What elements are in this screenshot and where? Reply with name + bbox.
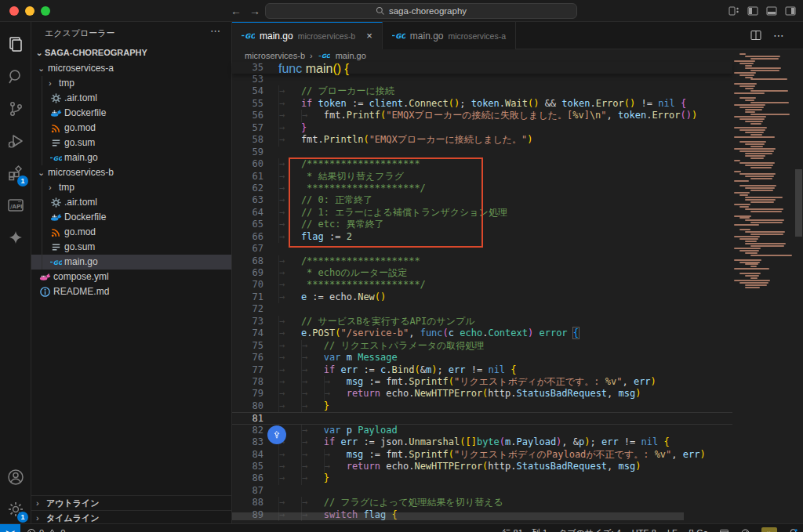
code-line-73[interactable]: 73→// サービスBを実行するAPIのサンプル	[232, 316, 732, 328]
code-line-63[interactable]: 63→// 0: 正常終了	[232, 194, 732, 206]
activity-explorer-icon[interactable]	[0, 30, 31, 60]
code-line-62[interactable]: 62→ ********************/	[232, 183, 732, 194]
code-line-67[interactable]: 67	[232, 243, 732, 255]
code-line-88[interactable]: 88→→// フラグによって処理結果を切り替える	[232, 497, 732, 508]
code-line-71[interactable]: 71→e := echo.New()	[232, 291, 732, 303]
code-line-86[interactable]: 86→→}	[232, 472, 732, 484]
toggle-secondary-sidebar-icon[interactable]	[784, 5, 797, 17]
code-line-66[interactable]: 66→flag := 2	[232, 231, 732, 243]
customize-layout-icon[interactable]	[728, 5, 740, 17]
code-line-78[interactable]: 78→→→msg := fmt.Sprintf("リクエストボディが不正です。:…	[232, 376, 732, 388]
code-line-69[interactable]: 69→ * echoのルーター設定	[232, 267, 732, 279]
tree-item-microservices-b[interactable]: ⌄microservices-b	[31, 165, 231, 180]
activity-run-debug-icon[interactable]	[0, 126, 31, 156]
code-line-72[interactable]: 72	[232, 303, 732, 315]
sticky-scroll-line[interactable]: 35func main() {	[232, 62, 732, 74]
code-line-84[interactable]: 84→→→msg := fmt.Sprintf("リクエストボディのPayloa…	[232, 449, 732, 461]
tree-item-main.go[interactable]: GOmain.go	[31, 150, 231, 165]
tree-item-go.sum[interactable]: go.sum	[31, 136, 231, 150]
breadcrumb-file[interactable]: main.go	[336, 51, 366, 60]
code-line-64[interactable]: 64→// 1: エラーによる補償トランザクション処理	[232, 207, 732, 219]
tab-main.go-microservices-a[interactable]: GOmain.gomicroservices-a	[383, 22, 516, 49]
code-line-54[interactable]: 54→// ブローカーに接続	[232, 85, 732, 97]
code-token: Payload	[517, 436, 557, 447]
notifications-bell-icon[interactable]	[788, 528, 798, 532]
code-line-56[interactable]: 56→→fmt.Printf("EMQXブローカーの接続に失敗しました。[%v]…	[232, 110, 732, 121]
vertical-scrollbar[interactable]	[795, 169, 802, 237]
code-line-82[interactable]: 82→→var p Payload	[232, 425, 732, 436]
activity-gemini-sparkle-icon[interactable]	[0, 223, 31, 252]
tree-item-Dockerfile[interactable]: Dockerfile	[31, 106, 231, 121]
nav-forward-icon[interactable]: →	[248, 4, 262, 18]
encoding[interactable]: UTF-8	[632, 528, 656, 532]
code-line-65[interactable]: 65→// etc: 異常終了	[232, 219, 732, 230]
code-line-61[interactable]: 61→ * 結果切り替えフラグ	[232, 171, 732, 183]
outline-section[interactable]: ›アウトライン	[31, 495, 231, 510]
tree-item-go.mod[interactable]: go.mod	[31, 225, 231, 240]
code-line-87[interactable]: 87	[232, 485, 732, 497]
tree-item-go.sum[interactable]: go.sum	[31, 240, 231, 255]
minimap-line	[745, 275, 759, 277]
problems-status[interactable]: 0 0	[27, 524, 65, 532]
code-line-59[interactable]: 59	[232, 147, 732, 158]
tree-item-main.go[interactable]: GOmain.go	[31, 255, 231, 270]
tab-main.go-microservices-b[interactable]: GOmain.gomicroservices-b×	[232, 22, 383, 49]
tree-item-go.mod[interactable]: go.mod	[31, 121, 231, 136]
window-zoom-button[interactable]	[41, 6, 50, 16]
editor-group: GOmain.gomicroservices-b×GOmain.gomicros…	[232, 22, 803, 523]
workspace-root-folder[interactable]: ⌄ SAGA-CHOREOGRAPHY	[31, 44, 231, 61]
activity-search-icon[interactable]	[0, 62, 31, 92]
tree-item-Dockerfile[interactable]: Dockerfile	[31, 210, 231, 225]
tree-item-microservices-a[interactable]: ⌄microservices-a	[31, 61, 231, 76]
tree-item-README.md[interactable]: README.md	[31, 284, 231, 299]
code-line-76[interactable]: 76→→var m Message	[232, 352, 732, 364]
toggle-panel-icon[interactable]	[765, 5, 778, 17]
activity-api-client-icon[interactable]: /API	[0, 190, 31, 220]
remote-indicator[interactable]: ><	[0, 524, 20, 532]
window-close-button[interactable]	[9, 6, 19, 16]
gear-file-icon	[50, 197, 63, 209]
code-line-75[interactable]: 75→→// リクエストパラメータの取得処理	[232, 340, 732, 352]
split-editor-icon[interactable]	[750, 29, 762, 42]
code-line-81[interactable]: 81	[232, 412, 732, 424]
code-line-60[interactable]: 60→/********************	[232, 158, 732, 170]
tree-item-tmp[interactable]: ›tmp	[31, 180, 231, 195]
indent-setting[interactable]: タブのサイズ: 4	[558, 527, 621, 532]
nav-back-icon[interactable]: ←	[229, 4, 243, 18]
code-line-77[interactable]: 77→→if err := c.Bind(&m); err != nil {	[232, 364, 732, 376]
activity-source-control-icon[interactable]	[0, 94, 31, 124]
code-line-80[interactable]: 80→→}	[232, 400, 732, 412]
tree-item-.air.toml[interactable]: .air.toml	[31, 91, 231, 106]
code-line-79[interactable]: 79→→→return echo.NewHTTPError(http.Statu…	[232, 388, 732, 400]
code-line-57[interactable]: 57→}	[232, 122, 732, 134]
activity-account-icon[interactable]	[0, 462, 31, 492]
editor-more-actions-icon[interactable]: ⋯	[773, 29, 784, 42]
window-minimize-button[interactable]	[25, 6, 35, 16]
copilot-status-icon[interactable]	[740, 528, 750, 532]
code-line-58[interactable]: 58→fmt.Println("EMQXブローカーに接続しました。")	[232, 134, 732, 146]
eol-setting[interactable]: LF	[667, 528, 678, 532]
code-line-70[interactable]: 70→ ********************/	[232, 279, 732, 291]
toggle-sidebar-icon[interactable]	[747, 5, 759, 17]
minimap[interactable]	[732, 53, 795, 523]
cursor-position[interactable]: 行 81、列 1	[503, 527, 547, 532]
code-line-68[interactable]: 68→/********************	[232, 255, 732, 267]
alert-status-icon[interactable]: »	[761, 527, 777, 532]
tree-item-.air.toml[interactable]: .air.toml	[31, 195, 231, 210]
code-line-55[interactable]: 55→if token := client.Connect(); token.W…	[232, 98, 732, 110]
breadcrumb-folder[interactable]: microservices-b	[245, 51, 305, 60]
code-line-74[interactable]: 74→e.POST("/service-b", func(c echo.Cont…	[232, 328, 732, 339]
explorer-more-actions-icon[interactable]: ⋯	[210, 25, 220, 37]
language-mode[interactable]: {} Go	[689, 528, 708, 532]
code-line-85[interactable]: 85→→→return echo.NewHTTPError(http.Statu…	[232, 461, 732, 472]
activity-settings-icon[interactable]: 1	[0, 494, 31, 524]
close-icon[interactable]: ×	[366, 30, 372, 42]
layout-status-icon[interactable]	[719, 528, 729, 532]
horizontal-scrollbar[interactable]	[232, 512, 684, 520]
gemini-code-assist-icon[interactable]	[267, 425, 286, 444]
activity-extensions-icon[interactable]: 1	[0, 158, 31, 188]
tree-item-compose.yml[interactable]: compose.yml	[31, 270, 231, 284]
code-line-83[interactable]: 83→→if err := json.Unmarshal([]byte(m.Pa…	[232, 436, 732, 448]
tree-item-tmp[interactable]: ›tmp	[31, 76, 231, 91]
command-center-search[interactable]: saga-choreography	[265, 3, 577, 19]
